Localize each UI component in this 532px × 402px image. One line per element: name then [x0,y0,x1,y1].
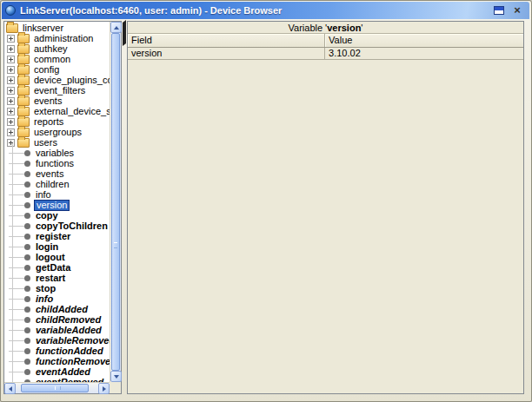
tree-item-register[interactable]: register [4,231,110,241]
tree-item-label: linkserver [21,23,65,33]
expand-plus-icon[interactable] [7,97,15,105]
tree-item-label: variableAdded [34,326,103,335]
tree-item-copyToChildren[interactable]: copyToChildren [4,221,110,231]
tree-item-children[interactable]: children [4,179,110,189]
horizontal-scroll-thumb[interactable] [21,384,89,392]
scroll-up-button[interactable] [110,22,122,33]
leaf-bullet-icon [24,306,30,313]
expand-plus-icon[interactable] [7,108,15,115]
leaf-bullet-icon [24,202,30,208]
tree-item-info[interactable]: info [4,189,110,200]
leaf-bullet-icon [24,275,30,281]
scrollbar-corner [110,382,121,393]
collapse-right-icon[interactable] [123,29,126,44]
table-cell[interactable]: 3.10.02 [325,47,523,59]
titlebar[interactable]: LinkServer(localhost:6460, user: admin) … [2,2,529,19]
tree-item-stop[interactable]: stop [4,283,110,293]
tree-item-login[interactable]: login [4,241,110,252]
tree-item-variableAdded[interactable]: variableAdded [4,325,110,335]
expand-plus-icon[interactable] [7,56,15,63]
restore-button[interactable] [492,4,506,16]
leaf-bullet-icon [24,296,30,302]
arrow-left-icon [9,386,12,392]
scroll-down-button[interactable] [110,371,122,382]
tree-item-functionAdded[interactable]: functionAdded [4,346,110,356]
expand-plus-icon[interactable] [7,35,15,43]
tree-item-label: common [32,55,72,64]
table-row[interactable]: version3.10.02 [128,47,523,59]
tree-item-label: functionRemoved [34,357,110,366]
expand-plus-icon[interactable] [7,129,15,136]
panel-title: Variable 'version' [128,22,523,34]
split-pane-divider[interactable] [122,21,127,394]
app-icon [5,5,16,16]
tree-vertical-scrollbar[interactable] [110,22,121,382]
tree-item-label: login [34,242,60,252]
tree-item-functionRemoved[interactable]: functionRemoved [4,356,110,366]
arrow-right-icon [103,386,106,392]
tree-item-copy[interactable]: copy [4,210,110,221]
leaf-bullet-icon [24,286,30,292]
leaf-bullet-icon [24,254,30,260]
tree-item-label: functionAdded [34,346,105,356]
leaf-bullet-icon [24,171,30,177]
expand-plus-icon[interactable] [7,76,15,84]
tree-connector-line [12,143,13,382]
open-folder-icon [6,23,18,33]
tree-item-events[interactable]: events [4,168,110,179]
tree-item-label: config [32,65,61,75]
tree-item-label: authkey [32,44,70,54]
device-tree: linkserveradministrationauthkeycommoncon… [4,22,110,382]
tree-item-childRemoved[interactable]: childRemoved [4,314,110,325]
tree-item-version[interactable]: version [4,200,110,210]
tree-item-childAdded[interactable]: childAdded [4,304,110,314]
tree-item-label: functions [34,159,76,168]
expand-plus-icon[interactable] [7,66,15,74]
column-header-value[interactable]: Value [325,34,523,47]
close-button[interactable]: × [510,4,524,16]
expand-plus-icon[interactable] [7,139,15,147]
tree-item-label: info [34,190,53,200]
leaf-bullet-icon [24,327,30,333]
scroll-left-button[interactable] [4,383,16,394]
tree-item-info[interactable]: info [4,293,110,304]
tree-item-getData[interactable]: getData [4,262,110,273]
tree-item-users[interactable]: users [4,137,110,148]
expand-plus-icon[interactable] [7,45,15,53]
leaf-bullet-icon [24,244,30,250]
main-content: linkserveradministrationauthkeycommoncon… [3,21,524,394]
expand-plus-icon[interactable] [7,118,15,126]
leaf-bullet-icon [24,369,30,375]
folder-icon [17,138,30,148]
leaf-bullet-icon [24,348,30,354]
variable-detail-panel: Variable 'version' Field Value version3.… [127,21,524,394]
leaf-bullet-icon [24,223,30,229]
leaf-bullet-icon [24,213,30,219]
expand-plus-icon[interactable] [7,87,15,95]
tree-item-label: reports [32,117,65,127]
tree-item-label: copyToChildren [34,221,110,231]
tree-item-eventRemoved[interactable]: eventRemoved [4,377,110,382]
tree-item-label: version [34,200,70,211]
column-header-field[interactable]: Field [128,34,325,47]
tree-item-variables[interactable]: variables [4,148,110,158]
tree-item-restart[interactable]: restart [4,273,110,283]
tree-item-label: events [32,96,63,106]
tree-item-label: copy [34,211,60,221]
scroll-right-button[interactable] [98,383,110,394]
tree-item-functions[interactable]: functions [4,158,110,168]
tree-horizontal-scrollbar[interactable] [4,382,110,393]
tree-item-label: childRemoved [34,315,103,325]
tree-item-label: children [34,180,71,189]
leaf-bullet-icon [24,265,30,271]
tree-item-logout[interactable]: logout [4,252,110,262]
table-cell[interactable]: version [128,47,325,59]
vertical-scroll-thumb[interactable] [111,33,120,371]
tree-item-label: eventRemoved [34,378,105,383]
tree-item-label: restart [34,273,67,283]
tree-item-label: childAdded [34,305,90,314]
tree-item-label: getData [34,263,72,273]
tree-item-eventAdded[interactable]: eventAdded [4,366,110,377]
leaf-bullet-icon [24,317,30,323]
tree-item-variableRemoved[interactable]: variableRemoved [4,335,110,346]
